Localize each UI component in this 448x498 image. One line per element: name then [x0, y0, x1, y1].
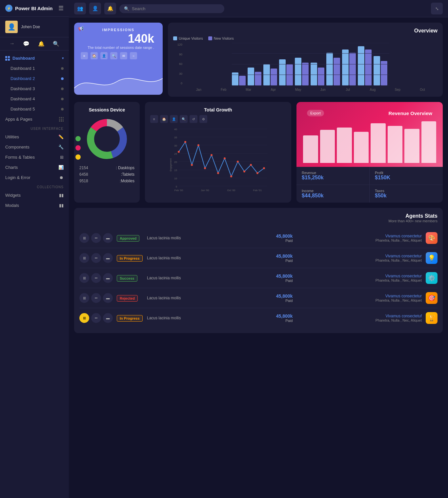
sidebar-item-dashboard3[interactable]: Dashboard 3	[5, 84, 69, 94]
topbar-icon-user[interactable]: 👤	[89, 3, 101, 14]
agent-vivamus: Vivamus consectetur Pharetra, Nulla , Ne…	[296, 254, 422, 262]
svg-rect-19	[381, 61, 387, 86]
agents-card: Agents Stats More than 400+ new members …	[74, 208, 443, 333]
sidebar-item-components[interactable]: Components 🔧	[0, 142, 69, 152]
agent-btn-delete[interactable]: ▬	[103, 253, 113, 263]
agent-btn-view[interactable]: ⊞	[79, 293, 89, 303]
rev-bar-3	[337, 128, 352, 163]
svg-text:20: 20	[174, 161, 177, 164]
amount-label: Paid	[276, 279, 293, 283]
growth-home-icon[interactable]: 🏠	[160, 115, 168, 123]
growth-settings-icon[interactable]: ⚙	[199, 115, 207, 123]
agent-amount: 45,800k Paid	[276, 313, 293, 323]
dashboard1-badge	[61, 67, 64, 70]
agent-btn-view[interactable]: ⊞	[79, 253, 89, 263]
agent-row: ⊞ ✏ ▬ Rejected Lacus lacinia mollis 45,8…	[79, 288, 438, 308]
y-label-60: 60	[173, 62, 182, 66]
sidebar-item-dashboard1[interactable]: Dashboard 1	[5, 63, 69, 73]
sidebar-item-apps-pages[interactable]: Apps & Pages	[0, 114, 69, 124]
agent-btn-edit[interactable]: ✏	[91, 273, 101, 283]
sidebar-item-widgets[interactable]: Widgets ▮▮	[0, 190, 69, 200]
sidebar-item-dashboard2[interactable]: Dashboard 2	[5, 73, 69, 84]
income-label: Income	[302, 189, 364, 193]
mail-icon[interactable]: ✉	[120, 52, 127, 59]
agent-status: In Progress	[117, 256, 143, 261]
hamburger-icon[interactable]: ☰	[58, 5, 64, 12]
svg-rect-12	[271, 69, 277, 86]
agent-btn-delete[interactable]: ▬	[103, 313, 113, 323]
sidebar-item-modals[interactable]: Modals ▮▮	[0, 200, 69, 210]
svg-rect-6	[326, 53, 333, 86]
growth-toolbar: ≡ 🏠 👤 🔍 ↺ ⚙	[150, 115, 286, 123]
export-button[interactable]: Export	[307, 110, 324, 116]
sidebar-item-utilities[interactable]: Utilities ✏️	[0, 132, 69, 142]
agent-btn-view[interactable]: ⊞	[79, 233, 89, 243]
agents-header: Agents Stats More than 400+ new members	[79, 213, 438, 223]
user-icon[interactable]: 👤	[100, 52, 108, 59]
message-icon[interactable]: 💬	[23, 41, 30, 47]
legend-new: New Visitors	[208, 36, 234, 40]
svg-rect-9	[374, 56, 380, 86]
svg-text:Oct '00: Oct '00	[227, 189, 235, 191]
circle-icon[interactable]: ○	[130, 52, 137, 59]
topbar-icon-bell[interactable]: 🔔	[104, 3, 116, 14]
label-jul: Jul	[336, 88, 360, 91]
agent-btn-delete[interactable]: ▬	[103, 273, 113, 283]
taxes-value: $50k	[375, 193, 438, 199]
agent-vivamus: Vivamus consectetuf Pharetra, Nulla , Ne…	[296, 314, 422, 322]
agent-btn-delete[interactable]: ▬	[103, 233, 113, 243]
stat-revenue: Revenue $15,250k	[296, 167, 370, 185]
search-bar[interactable]: 🔍	[119, 4, 224, 13]
notification-icon[interactable]: 🔔	[38, 41, 45, 47]
status-badge: Success	[117, 275, 137, 282]
agent-app-icon: 🎨	[426, 232, 438, 244]
impressions-value: 140k	[79, 32, 157, 46]
agent-btn-edit[interactable]: ✏	[91, 253, 101, 263]
megaphone-icon: 📢	[78, 26, 84, 31]
growth-refresh-icon[interactable]: ↺	[190, 115, 197, 123]
zoom-icon[interactable]: 🔍	[110, 52, 117, 59]
sidebar-item-charts[interactable]: Charts 📊	[0, 162, 69, 172]
growth-user-icon[interactable]: 👤	[170, 115, 178, 123]
login-error-icon: ⏺	[59, 175, 64, 180]
sidebar-item-dashboard[interactable]: Dashboard ▾	[0, 53, 69, 63]
search-input[interactable]	[132, 6, 220, 11]
charts-label: Charts	[5, 165, 18, 170]
collections-section-label: COLLECTIONS	[0, 183, 69, 190]
agent-btn-edit[interactable]: ✏	[91, 313, 101, 323]
agent-btn-view[interactable]: ⊞	[79, 273, 89, 283]
sessions-yellow-dot	[75, 154, 81, 160]
topbar-icon-users[interactable]: 👥	[74, 3, 86, 14]
dashboard5-badge	[61, 108, 64, 110]
sidebar-item-dashboard4[interactable]: Dashboard 4	[5, 94, 69, 104]
brand-icon: ⚡	[5, 5, 12, 12]
growth-zoom-icon[interactable]: 🔍	[180, 115, 188, 123]
vivamus-name: Vivamus consectetur	[296, 234, 422, 238]
agent-btn-edit[interactable]: ✏	[91, 233, 101, 243]
logout-icon[interactable]: →	[10, 41, 15, 47]
top-row: 📢 IMPRESSIONS 140k The total number of s…	[74, 23, 443, 97]
label-jun: Jun	[311, 88, 336, 91]
svg-text:30: 30	[174, 144, 177, 147]
growth-menu-icon[interactable]: ≡	[150, 115, 158, 123]
svg-rect-15	[318, 68, 324, 86]
legend-new-label: New Visitors	[214, 36, 234, 40]
agent-btn-yellow[interactable]: ⊞	[79, 313, 89, 323]
donut-chart	[86, 118, 128, 160]
search-icon[interactable]: 🔍	[53, 41, 59, 47]
expand-icon[interactable]: ⤡	[431, 3, 443, 14]
rev-bar-7	[404, 129, 419, 163]
sidebar-item-dashboard5[interactable]: Dashboard 5	[5, 104, 69, 114]
agent-btn-delete[interactable]: ▬	[103, 293, 113, 303]
sessions-card: Sessions Device	[74, 102, 140, 203]
agent-btn-edit[interactable]: ✏	[91, 293, 101, 303]
sidebar-item-forms-tables[interactable]: Forms & Tables ⊞	[0, 152, 69, 162]
amount-num: 45,800k	[276, 293, 293, 299]
rev-bar-8	[421, 121, 437, 163]
dashboard4-label: Dashboard 4	[10, 96, 35, 101]
sidebar-item-login-error[interactable]: Login & Error ⏺	[0, 172, 69, 183]
amount-num: 45,800k	[276, 313, 293, 319]
svg-rect-17	[349, 53, 356, 86]
home-icon[interactable]: 🏠	[91, 52, 98, 59]
menu-icon[interactable]: ≡	[81, 52, 88, 59]
